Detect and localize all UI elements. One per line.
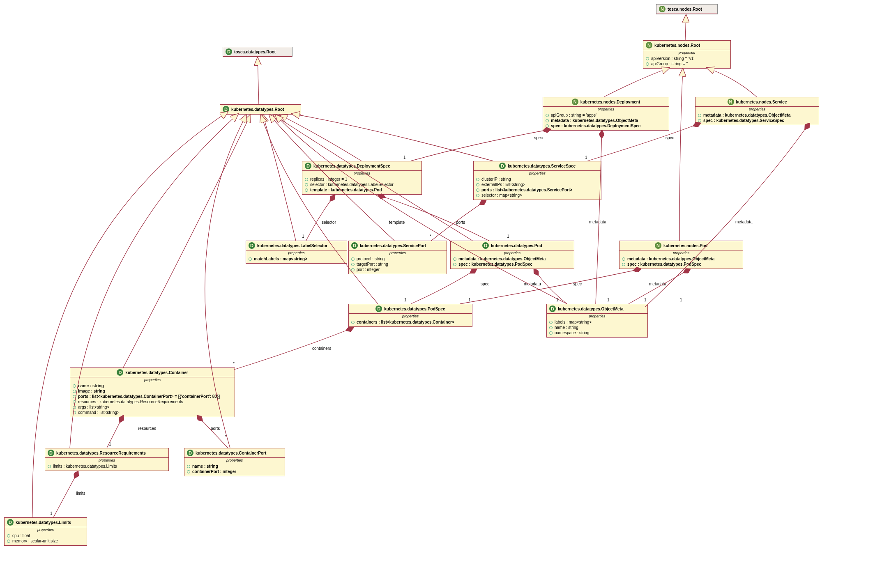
datatype-icon: D bbox=[549, 305, 556, 312]
multiplicity: * bbox=[233, 361, 235, 366]
section-label: properties bbox=[547, 314, 647, 319]
class-datatypes-pod: Dkubernetes.datatypes.Pod properties met… bbox=[450, 241, 574, 269]
datatype-icon: D bbox=[7, 519, 14, 526]
multiplicity: 1 bbox=[507, 234, 509, 239]
edge-label: spec bbox=[481, 282, 489, 286]
multiplicity: 1 bbox=[404, 298, 407, 302]
section-label: properties bbox=[302, 171, 421, 176]
class-kubernetes-nodes-root: Nkubernetes.nodes.Root properties apiVer… bbox=[643, 40, 731, 69]
datatype-icon: D bbox=[482, 242, 489, 249]
datatype-icon: D bbox=[375, 305, 382, 312]
section-label: properties bbox=[695, 107, 819, 112]
multiplicity: 1 bbox=[302, 234, 304, 239]
datatype-icon: D bbox=[48, 450, 54, 456]
node-icon: N bbox=[572, 99, 578, 105]
class-title: tosca.datatypes.Root bbox=[234, 50, 276, 54]
class-title: kubernetes.datatypes.PodSpec bbox=[384, 307, 445, 311]
datatype-icon: D bbox=[117, 369, 123, 376]
class-title: kubernetes.datatypes.Pod bbox=[491, 243, 542, 248]
class-title: kubernetes.datatypes.DeploymentSpec bbox=[313, 164, 390, 168]
class-kubernetes-nodes-deployment: Nkubernetes.nodes.Deployment properties … bbox=[543, 97, 669, 131]
class-title: kubernetes.datatypes.ObjectMeta bbox=[558, 307, 624, 311]
datatype-icon: D bbox=[305, 163, 311, 169]
edge-label: selector bbox=[322, 220, 336, 225]
section-label: properties bbox=[5, 527, 87, 532]
edge-label: limits bbox=[76, 491, 85, 496]
node-icon: N bbox=[728, 99, 734, 105]
multiplicity: 1 bbox=[585, 155, 587, 160]
class-object-meta: Dkubernetes.datatypes.ObjectMeta propert… bbox=[546, 304, 648, 338]
class-title: kubernetes.nodes.Service bbox=[736, 100, 787, 104]
class-service-spec: Dkubernetes.datatypes.ServiceSpec proper… bbox=[473, 161, 601, 200]
section-label: properties bbox=[45, 458, 168, 463]
edge-label: ports bbox=[456, 220, 465, 225]
class-title: kubernetes.datatypes.ResourceRequirement… bbox=[56, 451, 146, 455]
edge-label: spec bbox=[534, 136, 543, 140]
multiplicity: 1 bbox=[680, 298, 682, 302]
class-label-selector: Dkubernetes.datatypes.LabelSelector prop… bbox=[246, 241, 347, 264]
section-label: properties bbox=[619, 250, 743, 255]
multiplicity: 1 bbox=[556, 298, 559, 302]
node-icon: N bbox=[659, 6, 666, 12]
edges-svg bbox=[0, 0, 882, 588]
class-title: kubernetes.nodes.Deployment bbox=[580, 100, 640, 104]
section-label: properties bbox=[349, 250, 447, 255]
props: apiVersion : string = 'v1' apiGroup : st… bbox=[643, 55, 730, 68]
multiplicity: 1 bbox=[109, 442, 111, 446]
class-title: kubernetes.datatypes.Limits bbox=[16, 520, 71, 525]
edge-label: template bbox=[389, 220, 405, 225]
class-deployment-spec: Dkubernetes.datatypes.DeploymentSpec pro… bbox=[302, 161, 422, 195]
multiplicity: 1 bbox=[50, 511, 53, 516]
class-title: kubernetes.nodes.Root bbox=[654, 43, 700, 48]
edge-label: spec bbox=[573, 282, 582, 286]
node-icon: N bbox=[646, 42, 652, 48]
class-title: tosca.nodes.Root bbox=[668, 7, 702, 11]
class-container-port: Dkubernetes.datatypes.ContainerPort prop… bbox=[184, 448, 285, 476]
edge-label: metadata bbox=[649, 282, 666, 286]
datatype-icon: D bbox=[187, 450, 193, 456]
class-nodes-pod: Nkubernetes.nodes.Pod properties metadat… bbox=[619, 241, 743, 269]
node-icon: N bbox=[655, 242, 661, 249]
edge-label: resources bbox=[138, 426, 156, 431]
class-kubernetes-datatypes-root: Dkubernetes.datatypes.Root bbox=[220, 104, 301, 115]
class-service-port: Dkubernetes.datatypes.ServicePort proper… bbox=[348, 241, 447, 274]
section-label: properties bbox=[451, 250, 574, 255]
class-pod-spec: Dkubernetes.datatypes.PodSpec properties… bbox=[348, 304, 472, 327]
multiplicity: * bbox=[430, 234, 431, 239]
class-resource-requirements: Dkubernetes.datatypes.ResourceRequiremen… bbox=[45, 448, 169, 471]
datatype-icon: D bbox=[226, 48, 232, 55]
class-tosca-datatypes-root: Dtosca.datatypes.Root bbox=[223, 47, 292, 57]
datatype-icon: D bbox=[499, 163, 506, 169]
multiplicity: 1 bbox=[644, 298, 647, 302]
class-tosca-nodes-root: Ntosca.nodes.Root bbox=[656, 4, 718, 14]
class-title: kubernetes.datatypes.Container bbox=[125, 370, 188, 375]
multiplicity: * bbox=[225, 434, 227, 439]
section-label: properties bbox=[474, 171, 601, 176]
class-title: kubernetes.datatypes.ServicePort bbox=[360, 243, 426, 248]
datatype-icon: D bbox=[351, 242, 358, 249]
class-limits: Dkubernetes.datatypes.Limits properties … bbox=[4, 517, 87, 546]
class-title: kubernetes.datatypes.ServiceSpec bbox=[508, 164, 576, 168]
section-label: properties bbox=[643, 50, 730, 55]
edge-label: ports bbox=[211, 426, 220, 431]
edge-label: spec bbox=[666, 136, 674, 140]
multiplicity: 1 bbox=[468, 298, 471, 302]
class-kubernetes-nodes-service: Nkubernetes.nodes.Service properties met… bbox=[695, 97, 819, 125]
section-label: properties bbox=[246, 250, 347, 255]
multiplicity: 1 bbox=[403, 155, 406, 160]
datatype-icon: D bbox=[223, 106, 229, 113]
class-title: kubernetes.datatypes.LabelSelector bbox=[257, 243, 327, 248]
datatype-icon: D bbox=[249, 242, 255, 249]
section-label: properties bbox=[184, 458, 285, 463]
edge-label: containers bbox=[312, 346, 331, 351]
section-label: properties bbox=[70, 377, 235, 382]
section-label: properties bbox=[349, 314, 472, 319]
multiplicity: 1 bbox=[607, 298, 610, 302]
edge-label: metadata bbox=[589, 220, 606, 224]
class-title: kubernetes.datatypes.ContainerPort bbox=[196, 451, 266, 455]
edge-label: metadata bbox=[735, 220, 753, 224]
class-title: kubernetes.datatypes.Root bbox=[231, 107, 284, 112]
class-container: Dkubernetes.datatypes.Container properti… bbox=[70, 368, 235, 417]
class-title: kubernetes.nodes.Pod bbox=[663, 243, 707, 248]
section-label: properties bbox=[543, 107, 669, 112]
